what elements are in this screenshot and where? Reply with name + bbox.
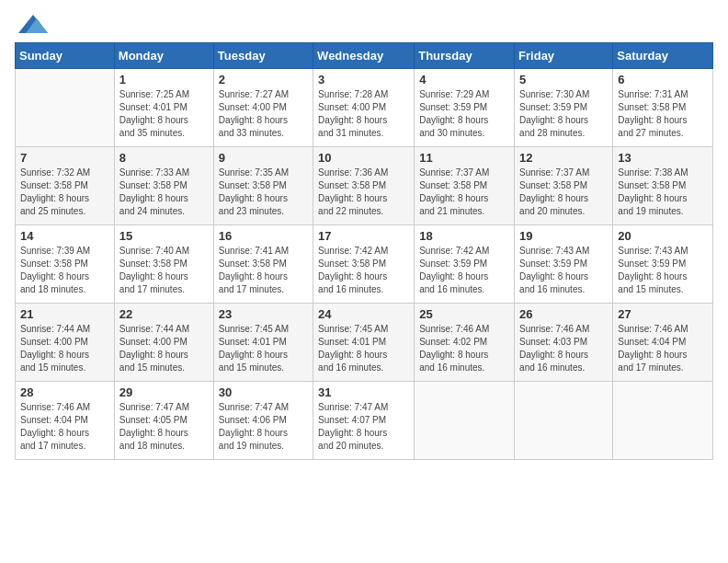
calendar-cell: 29Sunrise: 7:47 AM Sunset: 4:05 PM Dayli… <box>114 382 213 460</box>
calendar-cell: 2Sunrise: 7:27 AM Sunset: 4:00 PM Daylig… <box>213 69 313 147</box>
calendar-cell: 26Sunrise: 7:46 AM Sunset: 4:03 PM Dayli… <box>515 304 613 382</box>
day-header-saturday: Saturday <box>613 43 713 69</box>
calendar-cell <box>16 69 115 147</box>
day-number: 5 <box>519 73 608 86</box>
day-info: Sunrise: 7:37 AM Sunset: 3:58 PM Dayligh… <box>419 167 509 218</box>
day-number: 8 <box>119 151 209 165</box>
calendar-cell: 1Sunrise: 7:25 AM Sunset: 4:01 PM Daylig… <box>114 69 213 147</box>
day-info: Sunrise: 7:45 AM Sunset: 4:01 PM Dayligh… <box>318 323 409 374</box>
day-number: 20 <box>618 229 708 243</box>
day-info: Sunrise: 7:28 AM Sunset: 4:00 PM Dayligh… <box>318 88 409 140</box>
day-number: 3 <box>318 73 409 86</box>
day-info: Sunrise: 7:41 AM Sunset: 3:58 PM Dayligh… <box>219 245 308 296</box>
day-number: 11 <box>419 151 509 165</box>
page-header <box>15 15 713 33</box>
calendar-cell: 5Sunrise: 7:30 AM Sunset: 3:59 PM Daylig… <box>515 69 613 147</box>
day-info: Sunrise: 7:47 AM Sunset: 4:06 PM Dayligh… <box>219 401 308 453</box>
calendar-cell: 28Sunrise: 7:46 AM Sunset: 4:04 PM Dayli… <box>16 382 115 460</box>
calendar-cell: 24Sunrise: 7:45 AM Sunset: 4:01 PM Dayli… <box>313 304 415 382</box>
day-number: 26 <box>519 307 608 321</box>
logo-icon <box>18 15 48 33</box>
calendar-cell: 21Sunrise: 7:44 AM Sunset: 4:00 PM Dayli… <box>16 304 115 382</box>
calendar-table: SundayMondayTuesdayWednesdayThursdayFrid… <box>15 42 713 460</box>
day-info: Sunrise: 7:42 AM Sunset: 3:58 PM Dayligh… <box>318 245 409 296</box>
calendar-cell: 23Sunrise: 7:45 AM Sunset: 4:01 PM Dayli… <box>213 304 313 382</box>
day-info: Sunrise: 7:43 AM Sunset: 3:59 PM Dayligh… <box>519 245 608 296</box>
day-number: 18 <box>419 229 509 243</box>
day-info: Sunrise: 7:44 AM Sunset: 4:00 PM Dayligh… <box>20 323 109 374</box>
day-header-friday: Friday <box>515 43 613 69</box>
calendar-cell: 27Sunrise: 7:46 AM Sunset: 4:04 PM Dayli… <box>613 304 713 382</box>
day-info: Sunrise: 7:35 AM Sunset: 3:58 PM Dayligh… <box>219 167 308 218</box>
day-info: Sunrise: 7:43 AM Sunset: 3:59 PM Dayligh… <box>618 245 708 296</box>
day-header-wednesday: Wednesday <box>313 43 415 69</box>
day-number: 21 <box>20 307 109 321</box>
calendar-cell: 31Sunrise: 7:47 AM Sunset: 4:07 PM Dayli… <box>313 382 415 460</box>
day-info: Sunrise: 7:46 AM Sunset: 4:04 PM Dayligh… <box>20 401 109 453</box>
day-info: Sunrise: 7:40 AM Sunset: 3:58 PM Dayligh… <box>119 245 209 296</box>
day-info: Sunrise: 7:32 AM Sunset: 3:58 PM Dayligh… <box>20 167 109 218</box>
calendar-cell <box>613 382 713 460</box>
day-info: Sunrise: 7:46 AM Sunset: 4:02 PM Dayligh… <box>419 323 509 374</box>
day-info: Sunrise: 7:44 AM Sunset: 4:00 PM Dayligh… <box>119 323 209 374</box>
calendar-header-row: SundayMondayTuesdayWednesdayThursdayFrid… <box>16 43 713 69</box>
calendar-cell: 17Sunrise: 7:42 AM Sunset: 3:58 PM Dayli… <box>313 225 415 304</box>
day-number: 15 <box>119 229 209 243</box>
day-number: 13 <box>618 151 708 165</box>
calendar-week-row: 21Sunrise: 7:44 AM Sunset: 4:00 PM Dayli… <box>16 304 713 382</box>
day-number: 4 <box>419 73 509 86</box>
day-info: Sunrise: 7:27 AM Sunset: 4:00 PM Dayligh… <box>219 88 308 140</box>
day-info: Sunrise: 7:25 AM Sunset: 4:01 PM Dayligh… <box>119 88 209 140</box>
day-info: Sunrise: 7:46 AM Sunset: 4:03 PM Dayligh… <box>519 323 608 374</box>
day-number: 22 <box>119 307 209 321</box>
day-number: 17 <box>318 229 409 243</box>
calendar-cell: 19Sunrise: 7:43 AM Sunset: 3:59 PM Dayli… <box>515 225 613 304</box>
day-number: 10 <box>318 151 409 165</box>
day-info: Sunrise: 7:47 AM Sunset: 4:05 PM Dayligh… <box>119 401 209 453</box>
day-info: Sunrise: 7:36 AM Sunset: 3:58 PM Dayligh… <box>318 167 409 218</box>
day-number: 28 <box>20 385 109 399</box>
day-number: 23 <box>219 307 308 321</box>
day-info: Sunrise: 7:39 AM Sunset: 3:58 PM Dayligh… <box>20 245 109 296</box>
calendar-week-row: 7Sunrise: 7:32 AM Sunset: 3:58 PM Daylig… <box>16 147 713 225</box>
day-number: 9 <box>219 151 308 165</box>
day-info: Sunrise: 7:38 AM Sunset: 3:58 PM Dayligh… <box>618 167 708 218</box>
calendar-cell: 3Sunrise: 7:28 AM Sunset: 4:00 PM Daylig… <box>313 69 415 147</box>
calendar-cell <box>415 382 515 460</box>
day-number: 2 <box>219 73 308 86</box>
day-info: Sunrise: 7:37 AM Sunset: 3:58 PM Dayligh… <box>519 167 608 218</box>
day-number: 16 <box>219 229 308 243</box>
day-info: Sunrise: 7:42 AM Sunset: 3:59 PM Dayligh… <box>419 245 509 296</box>
calendar-week-row: 28Sunrise: 7:46 AM Sunset: 4:04 PM Dayli… <box>16 382 713 460</box>
calendar-cell: 16Sunrise: 7:41 AM Sunset: 3:58 PM Dayli… <box>213 225 313 304</box>
calendar-cell: 12Sunrise: 7:37 AM Sunset: 3:58 PM Dayli… <box>515 147 613 225</box>
day-number: 30 <box>219 385 308 399</box>
day-number: 19 <box>519 229 608 243</box>
day-number: 1 <box>119 73 209 86</box>
day-info: Sunrise: 7:45 AM Sunset: 4:01 PM Dayligh… <box>219 323 308 374</box>
day-number: 27 <box>618 307 708 321</box>
day-number: 12 <box>519 151 608 165</box>
day-number: 6 <box>618 73 708 86</box>
calendar-cell: 8Sunrise: 7:33 AM Sunset: 3:58 PM Daylig… <box>114 147 213 225</box>
calendar-cell: 10Sunrise: 7:36 AM Sunset: 3:58 PM Dayli… <box>313 147 415 225</box>
day-number: 14 <box>20 229 109 243</box>
calendar-cell: 9Sunrise: 7:35 AM Sunset: 3:58 PM Daylig… <box>213 147 313 225</box>
day-number: 25 <box>419 307 509 321</box>
day-header-monday: Monday <box>114 43 213 69</box>
day-info: Sunrise: 7:29 AM Sunset: 3:59 PM Dayligh… <box>419 88 509 140</box>
calendar-cell <box>515 382 613 460</box>
calendar-cell: 18Sunrise: 7:42 AM Sunset: 3:59 PM Dayli… <box>415 225 515 304</box>
calendar-cell: 25Sunrise: 7:46 AM Sunset: 4:02 PM Dayli… <box>415 304 515 382</box>
calendar-cell: 14Sunrise: 7:39 AM Sunset: 3:58 PM Dayli… <box>16 225 115 304</box>
calendar-cell: 30Sunrise: 7:47 AM Sunset: 4:06 PM Dayli… <box>213 382 313 460</box>
day-info: Sunrise: 7:33 AM Sunset: 3:58 PM Dayligh… <box>119 167 209 218</box>
day-number: 24 <box>318 307 409 321</box>
day-number: 29 <box>119 385 209 399</box>
calendar-cell: 11Sunrise: 7:37 AM Sunset: 3:58 PM Dayli… <box>415 147 515 225</box>
day-info: Sunrise: 7:47 AM Sunset: 4:07 PM Dayligh… <box>318 401 409 453</box>
calendar-week-row: 1Sunrise: 7:25 AM Sunset: 4:01 PM Daylig… <box>16 69 713 147</box>
day-info: Sunrise: 7:31 AM Sunset: 3:58 PM Dayligh… <box>618 88 708 140</box>
day-header-sunday: Sunday <box>16 43 115 69</box>
calendar-cell: 6Sunrise: 7:31 AM Sunset: 3:58 PM Daylig… <box>613 69 713 147</box>
